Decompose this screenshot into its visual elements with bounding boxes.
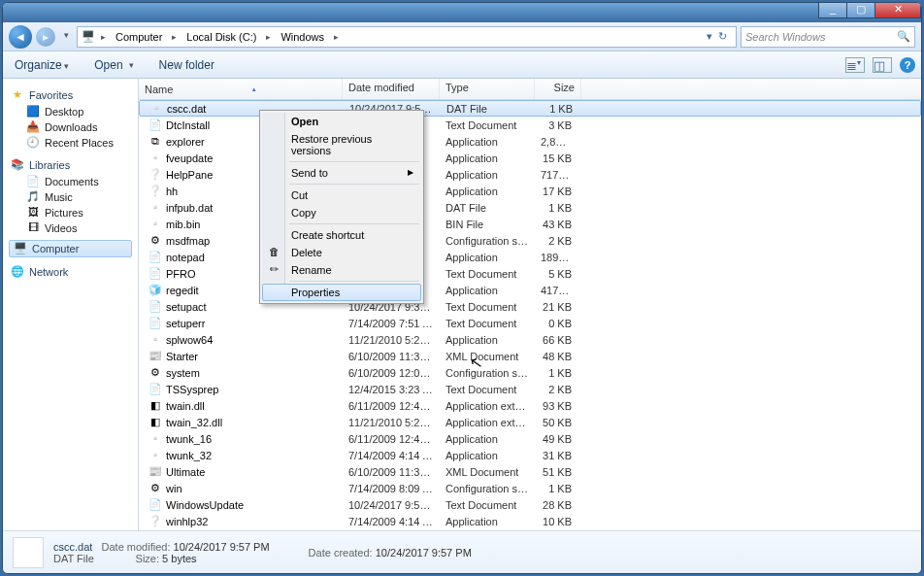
file-row[interactable]: ▫️mib.binBIN File43 KB <box>139 216 921 232</box>
view-button[interactable]: ≣▾ <box>845 57 865 73</box>
address-bar[interactable]: 🖥️ ▸ Computer ▸ Local Disk (C:) ▸ Window… <box>77 26 737 48</box>
sidebar-item-network[interactable]: 🌐 Network <box>7 263 134 281</box>
address-dropdown[interactable]: ▾ <box>707 30 712 43</box>
ctx-sendto[interactable]: Send to <box>262 164 421 182</box>
file-type: Application <box>440 186 535 197</box>
file-type: Application <box>440 136 535 148</box>
file-row[interactable]: ❔winhlp327/14/2009 4:14 AMApplication10 … <box>139 513 921 529</box>
file-row[interactable]: 📰Starter6/10/2009 11:31 PMXML Document48… <box>139 348 921 364</box>
ctx-shortcut[interactable]: Create shortcut <box>262 226 421 244</box>
sidebar-head-favorites[interactable]: ★ Favorites <box>7 86 134 104</box>
file-row[interactable]: 📄setupact10/24/2017 9:30 PMText Document… <box>139 298 921 315</box>
sidebar-item-downloads[interactable]: 📥Downloads <box>7 119 134 135</box>
sidebar-head-libraries[interactable]: 📚 Libraries <box>7 156 134 174</box>
file-type: Application <box>440 152 535 164</box>
open-button[interactable]: Open <box>88 55 139 75</box>
file-type: Application <box>440 450 535 461</box>
sidebar-item-desktop[interactable]: 🟦Desktop <box>7 104 134 119</box>
file-row[interactable]: ⚙msdfmapConfiguration sett...2 KB <box>139 232 921 249</box>
maximize-button[interactable]: ▢ <box>846 2 875 18</box>
file-row[interactable]: ◧twain.dll6/11/2009 12:41 AMApplication … <box>139 397 921 414</box>
details-type: DAT File <box>53 553 94 564</box>
search-icon[interactable]: 🔍 <box>897 30 910 43</box>
network-icon: 🌐 <box>11 265 24 279</box>
minimize-button[interactable]: _ <box>818 2 847 18</box>
desktop-icon: 🟦 <box>26 105 40 119</box>
file-icon: ⚙ <box>148 482 162 495</box>
col-type[interactable]: Type <box>440 79 535 99</box>
sidebar-item-videos[interactable]: 🎞Videos <box>7 220 134 236</box>
file-row[interactable]: ▫️WMSysPr9.prx6/10/2009 11:52 PMPRX File… <box>139 529 921 530</box>
ctx-cut[interactable]: Cut <box>262 186 421 204</box>
file-icon: 📄 <box>148 267 162 281</box>
breadcrumb-folder[interactable]: Windows <box>277 30 328 44</box>
file-row[interactable]: ▫️cscc.dat10/24/2017 9:57 PMDAT File1 KB <box>139 100 921 117</box>
file-row[interactable]: ❔hhApplication17 KB <box>139 183 921 199</box>
nav-row: ◄ ▸ ▾ 🖥️ ▸ Computer ▸ Local Disk (C:) ▸ … <box>3 22 921 51</box>
col-size[interactable]: Size <box>535 79 581 99</box>
file-row[interactable]: 🧊regeditApplication417 KB <box>139 282 921 298</box>
close-button[interactable]: ✕ <box>874 2 921 18</box>
breadcrumb-computer[interactable]: Computer <box>112 30 166 44</box>
sidebar-item-computer[interactable]: 🖥️ Computer <box>9 240 132 257</box>
col-name[interactable]: Name <box>139 79 343 99</box>
file-row[interactable]: 📄notepadApplication189 KB <box>139 249 921 265</box>
file-name: twunk_16 <box>166 433 212 445</box>
file-row[interactable]: 📄DtcInstallText Document3 KB <box>139 117 921 133</box>
file-icon: ⧉ <box>148 135 162 149</box>
file-row[interactable]: 📄TSSysprep12/4/2015 3:23 AMText Document… <box>139 381 921 397</box>
search-input[interactable]: Search Windows 🔍 <box>741 26 915 48</box>
organize-button[interactable]: Organize <box>9 55 75 75</box>
refresh-button[interactable]: ↻ <box>718 30 727 43</box>
file-row[interactable]: 📄PFROText Document5 KB <box>139 265 921 282</box>
ctx-restore[interactable]: Restore previous versions <box>262 130 421 159</box>
ctx-delete[interactable]: 🗑Delete <box>262 244 421 261</box>
sidebar-item-pictures[interactable]: 🖼Pictures <box>7 205 134 220</box>
titlebar[interactable]: _ ▢ ✕ <box>3 3 921 22</box>
file-row[interactable]: ▫️splwow6411/21/2010 5:24 AMApplication6… <box>139 331 921 348</box>
file-row[interactable]: ⧉explorerApplication2,805 KB <box>139 133 921 150</box>
folder-icon: 🖥️ <box>82 30 95 44</box>
bc-arrow-icon[interactable]: ▸ <box>332 32 341 42</box>
details-dm-label: Date modified: <box>102 541 171 553</box>
ctx-properties[interactable]: Properties <box>262 284 421 301</box>
ctx-open[interactable]: Open <box>262 113 421 130</box>
file-size: 49 KB <box>535 433 581 445</box>
ctx-copy[interactable]: Copy <box>262 204 421 221</box>
network-label: Network <box>29 266 68 278</box>
history-dropdown[interactable]: ▾ <box>59 30 73 44</box>
sidebar-item-recent[interactable]: 🕘Recent Places <box>7 135 134 151</box>
file-row[interactable]: ▫️twunk_166/11/2009 12:41 AMApplication4… <box>139 430 921 447</box>
file-row[interactable]: ▫️twunk_327/14/2009 4:14 AMApplication31… <box>139 447 921 463</box>
help-button[interactable]: ? <box>900 57 915 73</box>
preview-pane-button[interactable]: ◫ <box>873 57 892 73</box>
file-row[interactable]: 📄WindowsUpdate10/24/2017 9:53 PMText Doc… <box>139 496 921 513</box>
sidebar-item-documents[interactable]: 📄Documents <box>7 174 134 189</box>
new-folder-button[interactable]: New folder <box>153 55 220 75</box>
file-size: 21 KB <box>535 301 581 313</box>
file-row[interactable]: 📰Ultimate6/10/2009 11:31 PMXML Document5… <box>139 463 921 480</box>
file-name: explorer <box>166 136 205 148</box>
file-size: 1 KB <box>535 367 581 379</box>
forward-button[interactable]: ▸ <box>36 27 55 47</box>
file-row[interactable]: ▫️infpub.datDAT File1 KB <box>139 199 921 216</box>
file-row[interactable]: ⚙system6/10/2009 12:08 AMConfiguration s… <box>139 364 921 381</box>
file-row[interactable]: ⚙win7/14/2009 8:09 AMConfiguration sett.… <box>139 480 921 496</box>
column-headers[interactable]: Name Date modified Type Size <box>139 79 921 100</box>
bc-arrow-icon[interactable]: ▸ <box>170 32 179 42</box>
file-row[interactable]: ❔HelpPaneApplication717 KB <box>139 166 921 183</box>
file-row[interactable]: 📄setuperr7/14/2009 7:51 AMText Document0… <box>139 315 921 331</box>
file-name: infpub.dat <box>166 202 213 214</box>
col-date[interactable]: Date modified <box>343 79 440 99</box>
sidebar-item-music[interactable]: 🎵Music <box>7 189 134 205</box>
file-type: DAT File <box>441 103 536 115</box>
ctx-rename[interactable]: ✏Rename <box>262 261 421 279</box>
breadcrumb-drive[interactable]: Local Disk (C:) <box>182 30 260 44</box>
file-row[interactable]: ◧twain_32.dll11/21/2010 5:25 AMApplicati… <box>139 414 921 430</box>
back-button[interactable]: ◄ <box>9 25 32 49</box>
bc-arrow-icon[interactable]: ▸ <box>264 32 273 42</box>
bc-arrow-icon[interactable]: ▸ <box>99 32 108 42</box>
file-size: 3 KB <box>535 119 581 131</box>
file-name: setupact <box>166 301 207 313</box>
file-row[interactable]: ▫️fveupdateApplication15 KB <box>139 150 921 166</box>
